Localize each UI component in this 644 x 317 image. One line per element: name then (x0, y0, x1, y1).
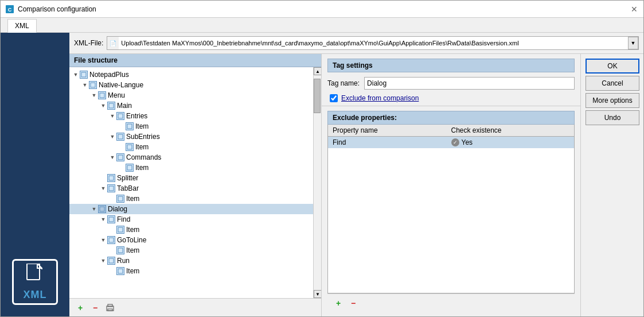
scroll-down-arrow[interactable]: ▼ (314, 290, 321, 298)
window-icon: C (5, 5, 14, 14)
svg-rect-12 (127, 165, 132, 170)
tree-item-find-item[interactable]: ▶ Item (69, 225, 313, 235)
tree-item-entries-item[interactable]: ▶ Item (69, 121, 313, 132)
window-title: Comparison configuration (18, 5, 630, 13)
svg-rect-10 (127, 145, 132, 149)
tree-item-commands[interactable]: ▼ Commands (69, 152, 313, 163)
tree-item-tabbar-item[interactable]: ▶ Item (69, 194, 313, 204)
svg-rect-19 (109, 238, 114, 242)
tree-label: Item (126, 267, 139, 275)
xml-file-label: XML-File: (74, 39, 103, 47)
scroll-up-arrow[interactable]: ▲ (314, 67, 321, 75)
exclude-checkbox[interactable] (330, 94, 338, 102)
expander-main[interactable]: ▼ (99, 102, 107, 110)
left-panel: XML (1, 33, 69, 316)
add-property-button[interactable]: + (332, 297, 345, 310)
ok-button[interactable]: OK (586, 59, 639, 74)
svg-rect-16 (100, 207, 104, 211)
col-property-name: Property name (333, 126, 451, 134)
svg-rect-8 (127, 124, 132, 129)
tab-xml[interactable]: XML (7, 19, 37, 33)
node-icon (107, 215, 115, 223)
exclude-bottom-bar: + − (327, 293, 575, 312)
expander-menu[interactable]: ▼ (90, 91, 98, 99)
tree-item-gotoline[interactable]: ▼ GoToLine (69, 235, 313, 245)
expander-find[interactable]: ▼ (99, 215, 107, 223)
tree-item-run-item[interactable]: ▶ Item (69, 266, 313, 276)
expander-entries[interactable]: ▼ (108, 112, 116, 120)
expander-dialog[interactable]: ▼ (90, 205, 98, 213)
node-icon (98, 91, 106, 99)
tree-item-notepadplus[interactable]: ▼ NotepadPlus (69, 69, 313, 80)
tree-label: GoToLine (117, 236, 146, 244)
check-value: Yes (462, 138, 473, 146)
cancel-button[interactable]: Cancel (586, 76, 639, 91)
tag-name-input[interactable] (364, 77, 575, 90)
tree-item-subentries-item[interactable]: ▶ Item (69, 142, 313, 152)
scroll-thumb[interactable] (314, 79, 321, 113)
node-icon (107, 184, 115, 192)
tree-label: Item (135, 164, 149, 172)
tree-item-gotoline-item[interactable]: ▶ Item (69, 245, 313, 256)
tree-item-native-langue[interactable]: ▼ Native-Langue (69, 80, 313, 90)
content-area: XML XML-File: 📄 ▼ File structure (1, 33, 643, 316)
tree-item-commands-item[interactable]: ▶ Item (69, 163, 313, 173)
more-options-button[interactable]: More options (586, 93, 639, 108)
remove-tree-item-button[interactable]: − (89, 301, 102, 314)
tree-item-subentries[interactable]: ▼ SubEntries (69, 132, 313, 142)
exclude-table: Property name Check existence Find ✓ Yes (327, 125, 575, 293)
tree-label: TabBar (117, 184, 139, 192)
exclude-table-row[interactable]: Find ✓ Yes (328, 137, 574, 148)
svg-rect-18 (118, 227, 123, 232)
main-panel: XML-File: 📄 ▼ File structure (69, 33, 643, 316)
col-check-existence: Check existence (451, 126, 570, 134)
xml-file-input[interactable] (119, 37, 628, 49)
tag-settings-header: Tag settings (327, 59, 575, 72)
xml-file-dropdown[interactable]: ▼ (628, 37, 638, 49)
svg-rect-6 (109, 103, 114, 108)
tree-item-find[interactable]: ▼ Find (69, 214, 313, 225)
tree-label: Item (135, 143, 149, 151)
svg-text:C: C (8, 7, 12, 13)
split-panels: File structure ▼ NotepadPlus (69, 54, 643, 316)
tree-item-splitter[interactable]: ▶ Splitter (69, 173, 313, 183)
node-icon (107, 174, 115, 182)
tree-label: Item (126, 246, 139, 254)
tree-item-dialog[interactable]: ▼ Dialog (69, 204, 313, 214)
expander-subentries[interactable]: ▼ (108, 133, 116, 141)
tree-item-tabbar[interactable]: ▼ TabBar (69, 183, 313, 194)
exclude-properties-header: Exclude properties: (327, 111, 575, 125)
tree-label: Splitter (117, 174, 138, 182)
print-button[interactable] (104, 301, 116, 314)
tree-scrollbar[interactable]: ▲ ▼ (313, 67, 321, 298)
tree-item-main[interactable]: ▼ Main (69, 100, 313, 111)
tree-item-run[interactable]: ▼ Run (69, 256, 313, 266)
node-icon (116, 133, 124, 141)
expander-notepadplus[interactable]: ▼ (72, 71, 80, 79)
tree-content[interactable]: ▼ NotepadPlus ▼ (69, 67, 313, 298)
tree-item-menu[interactable]: ▼ Menu (69, 90, 313, 100)
exclude-checkbox-row: Exclude from comparison (327, 94, 575, 102)
remove-property-button[interactable]: − (347, 297, 360, 310)
expander-gotoline[interactable]: ▼ (99, 236, 107, 244)
check-existence-cell: ✓ Yes (451, 138, 570, 146)
tree-label: NotepadPlus (89, 71, 129, 79)
tree-panel: File structure ▼ NotepadPlus (69, 54, 322, 316)
tree-label: SubEntries (126, 133, 160, 141)
title-bar: C Comparison configuration ✕ (1, 1, 643, 18)
node-icon (116, 195, 124, 203)
close-button[interactable]: ✕ (630, 5, 639, 14)
add-tree-item-button[interactable]: + (74, 301, 87, 314)
node-icon (126, 122, 134, 130)
expander-commands[interactable]: ▼ (108, 153, 116, 161)
tree-label: Run (117, 257, 130, 265)
svg-rect-9 (118, 134, 123, 139)
expander-native-langue[interactable]: ▼ (81, 81, 89, 89)
tree-item-entries[interactable]: ▼ Entries (69, 111, 313, 121)
xml-logo: XML (12, 259, 58, 305)
expander-tabbar[interactable]: ▼ (99, 184, 107, 192)
expander-run[interactable]: ▼ (99, 257, 107, 265)
undo-button[interactable]: Undo (586, 110, 639, 125)
tag-name-label: Tag name: (327, 79, 360, 87)
node-icon (107, 102, 115, 110)
